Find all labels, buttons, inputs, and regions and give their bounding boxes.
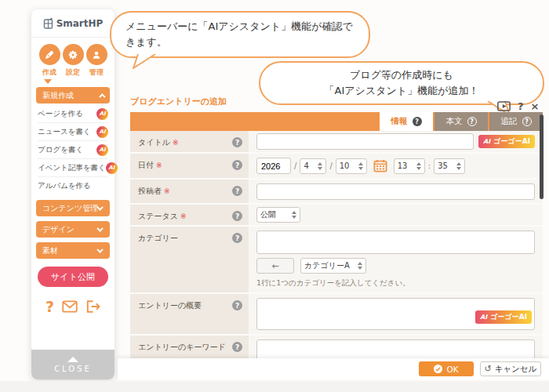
ok-button[interactable]: OK (419, 361, 474, 376)
sidebar-item-write-event[interactable]: イベント記事を書く AI (38, 159, 108, 177)
field-label: カテゴリー (138, 233, 178, 244)
page-bottom-strip (0, 381, 549, 392)
tab-help-icon: ? (413, 117, 422, 126)
sidebar-item-create-page[interactable]: ページを作る AI (38, 105, 108, 123)
field-help-icon[interactable]: ? (232, 300, 242, 310)
logout-icon[interactable] (85, 299, 100, 314)
form-footer: OK ↺ キャンセル (118, 358, 549, 379)
stepper-icon (318, 162, 322, 170)
chevron-down-icon (96, 225, 103, 231)
year-input[interactable] (256, 158, 291, 174)
publish-site-button[interactable]: サイト公開 (38, 267, 108, 287)
callout-tail-icon (132, 54, 160, 70)
field-help-icon[interactable]: ? (232, 233, 242, 243)
tab-body[interactable]: 本文 ? (434, 112, 488, 131)
sidebar-nav-create[interactable]: 作成 (38, 44, 61, 78)
minute-select[interactable]: 35 (434, 158, 465, 174)
person-icon (86, 44, 107, 65)
author-input[interactable] (256, 183, 535, 200)
calendar-icon[interactable] (373, 159, 387, 172)
nav-create-label: 作成 (42, 67, 56, 78)
dialog-help-icon[interactable]: ? (518, 100, 524, 112)
sidebar-group-content-management[interactable]: コンテンツ管理 (36, 200, 110, 216)
field-help-icon[interactable]: ? (232, 211, 242, 221)
nav-settings-label: 設定 (66, 67, 80, 78)
field-row-author: 投稿者※ ? (130, 180, 543, 205)
category-select[interactable]: カテゴリーA (300, 258, 366, 274)
menu-item-label: イベント記事を書く (38, 163, 106, 173)
sidebar-nav-settings[interactable]: 設定 (61, 44, 85, 78)
new-create-label: 新規作成 (42, 90, 74, 101)
pen-icon (39, 44, 60, 65)
tab-help-icon: ? (467, 117, 477, 126)
field-help-icon[interactable]: ? (232, 342, 242, 352)
active-nav-caret-icon (44, 79, 52, 84)
dialog-close-icon[interactable]: × (531, 100, 540, 112)
ai-gogo-button[interactable]: AI ゴーゴーAI (478, 135, 535, 148)
mail-icon[interactable] (62, 300, 78, 313)
field-help-icon[interactable]: ? (232, 186, 242, 196)
sidebar-item-create-album[interactable]: アルバムを作る (38, 177, 108, 195)
sidebar-close-button[interactable]: CLOSE (31, 350, 115, 379)
help-icon[interactable]: ? (45, 298, 54, 315)
video-tutorial-icon[interactable] (497, 101, 511, 111)
field-label: ステータス※ (138, 211, 186, 222)
category-textarea[interactable] (256, 230, 535, 254)
dialog-controls: ? × (497, 100, 539, 112)
scrollbar-thumb[interactable] (540, 114, 544, 199)
page-title: ブログエントリーの追加 (130, 96, 227, 107)
undo-icon: ↺ (485, 364, 492, 374)
logo-text: SmartHP (56, 18, 104, 29)
gear-icon (63, 44, 84, 65)
field-row-date: 日付※ ? / 4 / 10 (130, 154, 543, 180)
cancel-button[interactable]: ↺ キャンセル (480, 361, 541, 376)
tab-info[interactable]: 情報 ? (380, 112, 433, 131)
sidebar-group-design[interactable]: デザイン (36, 221, 110, 238)
sidebar-group-materials[interactable]: 素材 (36, 242, 110, 259)
sidebar-menu: ページを作る AI ニュースを書く AI ブログを書く AI イベント記事を書く… (38, 105, 108, 195)
required-mark: ※ (164, 187, 170, 195)
stepper-icon (358, 162, 363, 170)
ai-badge-icon: AI (96, 108, 108, 120)
group-label: デザイン (42, 224, 75, 235)
stepper-icon (358, 262, 362, 270)
category-move-button[interactable]: ← (256, 258, 294, 274)
group-label: 素材 (42, 245, 58, 256)
field-label: 投稿者※ (138, 186, 170, 197)
sidebar: SmartHP 作成 設定 管理 (31, 9, 115, 379)
check-icon (434, 365, 442, 373)
date-separator: / (294, 162, 296, 170)
smarthp-logo-icon (43, 17, 53, 29)
menu-item-label: ブログを書く (38, 145, 83, 155)
ok-label: OK (446, 365, 458, 374)
time-separator: : (428, 162, 431, 170)
callout-text-line1: ブログ等の作成時にも (278, 67, 525, 83)
sidebar-item-write-news[interactable]: ニュースを書く AI (38, 123, 108, 141)
tab-postscript[interactable]: 追記 ? (489, 112, 543, 131)
sidebar-section-new-create[interactable]: 新規作成 (36, 87, 110, 103)
hour-select[interactable]: 13 (394, 158, 425, 174)
menu-item-label: アルバムを作る (38, 181, 91, 191)
stepper-icon (292, 211, 296, 219)
nav-manage-label: 管理 (89, 67, 104, 78)
form-body: タイトル※ ? AI ゴーゴーAI 日付※ ? / 4 (130, 131, 543, 358)
status-select[interactable]: 公開 (256, 207, 300, 223)
form-tab-bar: 情報 ? 本文 ? 追記 ? (130, 112, 543, 131)
keywords-textarea[interactable] (256, 339, 535, 358)
sidebar-nav-manage[interactable]: 管理 (85, 44, 108, 78)
tab-label: 情報 (391, 116, 408, 127)
month-select[interactable]: 4 (300, 158, 326, 174)
chevron-up-icon (99, 93, 105, 100)
required-mark: ※ (173, 139, 179, 147)
field-label: 日付※ (138, 160, 162, 171)
field-row-summary: エントリーの概要 ? AI ゴーゴーAI (130, 294, 543, 336)
field-help-icon[interactable]: ? (232, 137, 242, 147)
ai-gogo-button[interactable]: AI ゴーゴーAI (475, 310, 532, 324)
menu-item-label: ニュースを書く (38, 127, 91, 137)
title-input[interactable] (256, 133, 474, 150)
field-help-icon[interactable]: ? (232, 160, 242, 170)
sidebar-item-write-blog[interactable]: ブログを書く AI (38, 141, 108, 159)
tab-help-icon: ? (522, 117, 532, 126)
day-select[interactable]: 10 (336, 158, 367, 174)
logo: SmartHP (31, 9, 115, 38)
